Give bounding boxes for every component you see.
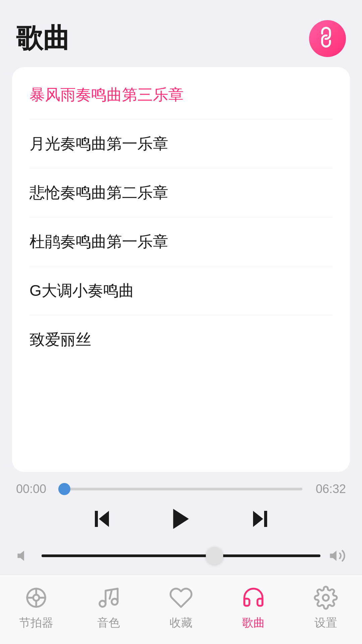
svg-rect-4	[264, 511, 267, 527]
volume-fill	[42, 554, 215, 557]
prev-button[interactable]	[90, 507, 114, 531]
progress-thumb[interactable]	[58, 483, 70, 495]
volume-row	[16, 547, 346, 565]
bottom-nav: 节拍器 音色 收藏 歌曲	[0, 575, 362, 644]
song-title-3: 悲怆奏鸣曲第二乐章	[29, 184, 168, 201]
svg-marker-0	[99, 511, 109, 527]
svg-point-13	[100, 601, 106, 607]
page-title: 歌曲	[16, 20, 70, 57]
current-time: 00:00	[16, 482, 53, 496]
song-title-1: 暴风雨奏鸣曲第三乐章	[29, 86, 184, 103]
volume-high-icon	[328, 547, 346, 565]
play-icon	[168, 505, 194, 532]
song-item-6[interactable]: 致爱丽丝	[12, 315, 350, 364]
header: 歌曲	[0, 0, 362, 67]
song-item-4[interactable]: 杜鹃奏鸣曲第一乐章	[12, 217, 350, 266]
svg-marker-3	[253, 511, 263, 527]
play-button[interactable]	[168, 505, 194, 532]
settings-icon-wrap	[312, 584, 339, 611]
nav-label-collect: 收藏	[170, 615, 192, 631]
timbre-icon-wrap	[95, 584, 122, 611]
nav-item-metronome[interactable]: 节拍器	[9, 584, 63, 631]
song-item-5[interactable]: G大调小奏鸣曲	[12, 266, 350, 315]
nav-item-timbre[interactable]: 音色	[82, 584, 135, 631]
songs-icon-wrap	[240, 584, 267, 611]
nav-item-settings[interactable]: 设置	[299, 584, 353, 631]
volume-thumb[interactable]	[206, 547, 223, 565]
total-time: 06:32	[309, 482, 346, 496]
metronome-icon	[24, 586, 48, 610]
settings-icon	[314, 586, 338, 610]
svg-marker-2	[173, 509, 189, 529]
next-icon	[248, 507, 272, 531]
controls-row	[16, 505, 346, 532]
nav-item-songs[interactable]: 歌曲	[227, 584, 280, 631]
link-button[interactable]	[309, 20, 346, 57]
progress-row: 00:00 06:32	[16, 482, 346, 496]
link-icon	[313, 24, 342, 53]
svg-marker-5	[17, 551, 24, 561]
svg-point-16	[323, 595, 329, 601]
collect-icon	[169, 586, 193, 610]
metronome-icon-wrap	[23, 584, 50, 611]
prev-icon	[90, 507, 114, 531]
song-title-4: 杜鹃奏鸣曲第一乐章	[29, 233, 168, 250]
song-title-2: 月光奏鸣曲第一乐章	[29, 135, 168, 152]
nav-label-settings: 设置	[314, 615, 337, 631]
svg-rect-1	[95, 511, 98, 527]
song-item-2[interactable]: 月光奏鸣曲第一乐章	[12, 119, 350, 168]
svg-line-15	[110, 591, 112, 599]
song-item-3[interactable]: 悲怆奏鸣曲第二乐章	[12, 168, 350, 217]
song-list-card: 暴风雨奏鸣曲第三乐章 月光奏鸣曲第一乐章 悲怆奏鸣曲第二乐章 杜鹃奏鸣曲第一乐章…	[12, 67, 350, 472]
volume-bar[interactable]	[42, 554, 320, 557]
songs-icon	[241, 586, 265, 610]
song-title-6: 致爱丽丝	[29, 331, 91, 348]
volume-low-icon	[16, 547, 34, 565]
collect-icon-wrap	[168, 584, 194, 611]
song-title-5: G大调小奏鸣曲	[29, 282, 134, 299]
song-item-1[interactable]: 暴风雨奏鸣曲第三乐章	[12, 70, 350, 119]
nav-label-timbre: 音色	[97, 615, 120, 631]
svg-marker-6	[330, 551, 337, 561]
progress-bar[interactable]	[60, 488, 302, 490]
nav-label-metronome: 节拍器	[19, 615, 53, 631]
timbre-icon	[97, 586, 121, 610]
next-button[interactable]	[248, 507, 272, 531]
player-section: 00:00 06:32	[0, 472, 362, 575]
nav-label-songs: 歌曲	[242, 615, 265, 631]
nav-item-collect[interactable]: 收藏	[154, 584, 208, 631]
